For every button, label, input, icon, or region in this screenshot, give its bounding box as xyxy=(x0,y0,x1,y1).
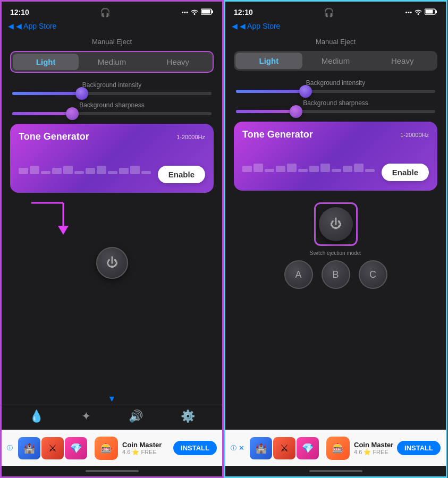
tone-bar-left xyxy=(86,168,95,174)
home-bar-left xyxy=(86,470,139,472)
enable-button-right[interactable]: Enable xyxy=(382,164,429,181)
status-icons-right: ▪▪▪ xyxy=(405,8,437,16)
tone-card-title-right: Tone Generator xyxy=(242,129,313,140)
segment-light-right[interactable]: Light xyxy=(235,53,302,69)
ad-images-left: 🏰 ⚔ 💎 xyxy=(18,437,87,459)
segment-heavy-right[interactable]: Heavy xyxy=(369,53,436,69)
segment-medium-left[interactable]: Medium xyxy=(79,54,145,70)
main-content-left: Manual Eject Light Medium Heavy Backgrou… xyxy=(2,33,222,393)
ad-game2-left: ⚔ xyxy=(41,437,64,459)
ad-game3-right: 💎 xyxy=(297,437,319,459)
gear-icon-left[interactable]: ⚙️ xyxy=(181,409,195,423)
sharpness-track-right[interactable] xyxy=(236,110,435,113)
abc-btn-c[interactable]: C xyxy=(359,260,387,289)
ad-game3-left: 💎 xyxy=(65,437,87,459)
wifi-icon-left xyxy=(190,8,199,16)
tone-bar-right xyxy=(242,166,252,172)
intensity-thumb-left[interactable] xyxy=(75,87,88,100)
home-indicator-left xyxy=(2,466,222,476)
sharpness-thumb-left[interactable] xyxy=(66,107,79,120)
down-arrow-left: ▼ xyxy=(108,394,116,403)
sharpness-slider-section-right: Background sharpness xyxy=(234,99,437,113)
section-title-left: Manual Eject xyxy=(10,38,214,46)
back-arrow-right[interactable]: ◀ xyxy=(232,22,238,30)
segment-medium-right[interactable]: Medium xyxy=(302,53,369,69)
power-button-right[interactable]: ⏻ xyxy=(319,207,353,241)
svg-marker-6 xyxy=(58,226,69,235)
install-button-left[interactable]: INSTALL xyxy=(173,441,217,455)
back-arrow-left[interactable]: ◀ xyxy=(8,22,14,30)
speaker-icon-left[interactable]: 🔊 xyxy=(129,409,143,423)
intensity-track-left[interactable] xyxy=(12,92,212,95)
tone-bar-right xyxy=(287,164,297,172)
ad-main-icon-right: 🎰 xyxy=(326,437,350,460)
tone-bar-right xyxy=(298,169,308,172)
ad-game1-right: 🏰 xyxy=(250,437,272,459)
status-time-right: 12:10 xyxy=(234,8,253,16)
tab-speaker-left[interactable]: 🔊 xyxy=(129,409,143,423)
sharpness-track-left[interactable] xyxy=(12,112,212,115)
main-content-right: Manual Eject Light Medium Heavy Backgrou… xyxy=(225,33,446,430)
intensity-label-right: Background intensity xyxy=(234,79,437,87)
section-title-right: Manual Eject xyxy=(234,38,437,46)
tone-bar-right xyxy=(265,169,274,172)
power-section-right: ⏻ xyxy=(234,198,437,250)
app-store-nav-right[interactable]: ◀ ◀ App Store xyxy=(225,21,446,33)
segment-heavy-left[interactable]: Heavy xyxy=(145,54,211,70)
abc-btn-a[interactable]: A xyxy=(284,260,313,289)
pink-arrow-svg-left xyxy=(26,200,79,243)
ad-info-right[interactable]: ⓘ xyxy=(231,444,236,452)
intensity-slider-section-left: Background intensity xyxy=(10,81,214,95)
droplet-icon-left[interactable]: 💧 xyxy=(29,409,44,423)
sharpness-label-right: Background sharpness xyxy=(234,99,437,107)
intensity-fill-right xyxy=(236,90,306,93)
app-store-text-right[interactable]: ◀ App Store xyxy=(240,22,280,30)
segment-control-right[interactable]: Light Medium Heavy xyxy=(234,51,437,71)
tone-card-header-right: Tone Generator 1-20000Hz xyxy=(242,129,429,140)
ad-close-right[interactable]: ✕ xyxy=(239,444,244,452)
ad-banner-left: ⓘ 🏰 ⚔ 💎 🎰 Coin Master 4.6 ⭐ FREE INSTALL xyxy=(2,430,222,466)
tone-bar-left xyxy=(41,171,50,174)
tone-bar-right xyxy=(343,166,352,172)
tone-bar-right xyxy=(309,166,319,172)
status-bar-right: 12:10 🎧 ▪▪▪ xyxy=(225,2,446,21)
segment-light-left[interactable]: Light xyxy=(13,54,79,70)
intensity-thumb-right[interactable] xyxy=(299,85,312,98)
sparkle-icon-left[interactable]: ✦ xyxy=(81,409,91,423)
abc-row-right: A B C xyxy=(234,258,437,292)
tone-bar-left xyxy=(52,168,62,174)
abc-btn-b[interactable]: B xyxy=(322,260,350,289)
tone-bar-left xyxy=(108,171,117,174)
tab-droplet-left[interactable]: 💧 xyxy=(29,409,44,423)
ad-app-name-right: Coin Master xyxy=(354,441,397,449)
svg-rect-9 xyxy=(435,10,437,13)
power-section-left: ⏻ xyxy=(10,245,214,283)
tone-bar-left xyxy=(74,171,84,174)
install-button-right[interactable]: INSTALL xyxy=(397,441,441,455)
enable-button-left[interactable]: Enable xyxy=(158,166,205,183)
tone-bar-right xyxy=(276,166,285,172)
tab-bar-left: 💧 ✦ 🔊 ⚙️ xyxy=(2,405,222,430)
ad-images-right: 🏰 ⚔ 💎 xyxy=(250,437,319,459)
ad-main-icon-left: 🎰 xyxy=(95,437,118,460)
svg-rect-10 xyxy=(425,10,433,13)
power-button-left[interactable]: ⏻ xyxy=(96,247,128,279)
tab-sparkle-left[interactable]: ✦ xyxy=(81,409,91,423)
signal-icon-left: ▪▪▪ xyxy=(181,8,188,16)
segment-control-left[interactable]: Light Medium Heavy xyxy=(10,51,214,73)
power-icon-right: ⏻ xyxy=(330,217,342,231)
status-icons-left: ▪▪▪ xyxy=(181,8,214,16)
sharpness-thumb-right[interactable] xyxy=(290,105,302,118)
ad-info-left[interactable]: ⓘ xyxy=(7,444,13,452)
app-store-text-left[interactable]: ◀ App Store xyxy=(16,22,56,30)
tone-bar-left xyxy=(130,166,140,174)
intensity-label-left: Background intensity xyxy=(10,81,214,89)
tab-settings-left[interactable]: ⚙️ xyxy=(181,409,195,423)
app-store-nav-left[interactable]: ◀ ◀ App Store xyxy=(2,21,222,33)
tone-bar-right xyxy=(365,169,375,172)
svg-point-0 xyxy=(193,13,195,15)
tone-card-freq-left: 1-20000Hz xyxy=(176,134,205,140)
ad-game1-left: 🏰 xyxy=(18,437,40,459)
intensity-track-right[interactable] xyxy=(236,90,435,93)
tone-card-title-left: Tone Generator xyxy=(19,131,89,142)
